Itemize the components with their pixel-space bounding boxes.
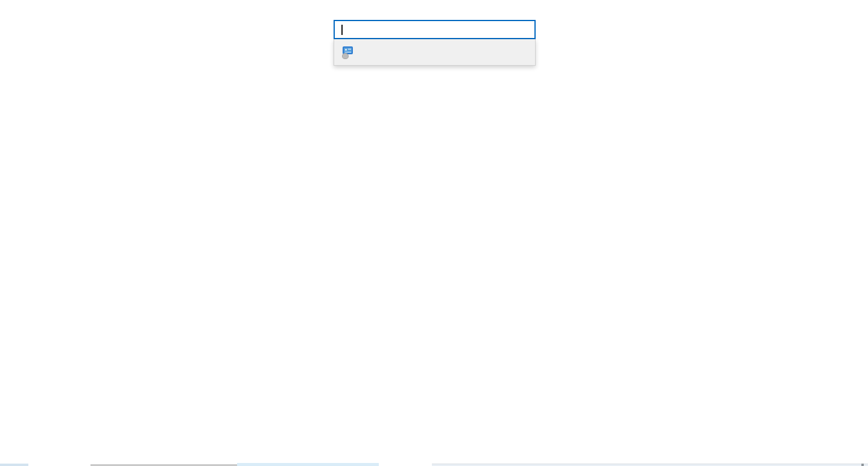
bottom-edge-artifact (861, 464, 864, 466)
control-panel-icon (342, 46, 355, 58)
suggestion-control-panel[interactable] (334, 39, 535, 65)
clear-search-icon[interactable] (516, 23, 530, 36)
search-input[interactable] (334, 20, 536, 39)
text-caret (341, 25, 343, 35)
search-suggestion-panel (334, 39, 536, 66)
settings-search (334, 20, 536, 66)
bottom-edge-artifact (0, 464, 28, 466)
bottom-edge-artifact (432, 464, 868, 466)
bottom-edge-artifact (237, 463, 379, 466)
